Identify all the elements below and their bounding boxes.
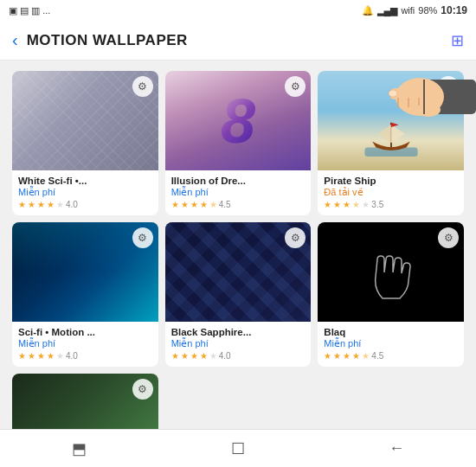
wallpaper-name: Pirate Ship [324, 176, 458, 186]
header: ‹ MOTION WALLPAPER ⊞ [0, 21, 476, 61]
volume-icon: 🔔 [362, 5, 374, 16]
settings-badge: ⚙ [132, 379, 153, 400]
rating-value: 4.0 [219, 351, 231, 361]
rating-value: 4.0 [66, 351, 78, 361]
wallpaper-name: Sci-fi • Motion ... [18, 327, 152, 337]
wallpaper-rating: ★★★★★ 4.0 [171, 351, 306, 361]
wallpaper-info: Black Sapphire... Miễn phí ★★★★★ 4.0 [165, 322, 312, 367]
wallpaper-rating: ★★★★★ 4.0 [18, 200, 152, 209]
wallpaper-price: Miễn phí [18, 187, 152, 198]
home-button[interactable]: ☐ [222, 433, 254, 464]
wallpaper-price: Miễn phí [324, 338, 458, 349]
rating-value: 4.0 [66, 200, 78, 209]
signal-icon: ▂▄▆ [377, 5, 398, 16]
wallpaper-price: Miễn phí [18, 338, 152, 349]
notification-icons: ▣ ▤ ▥ ... [9, 5, 50, 16]
bottom-navigation: ⬒ ☐ ← [0, 429, 476, 467]
recent-apps-button[interactable]: ⬒ [64, 433, 95, 464]
wallpaper-name: Blaq [324, 327, 458, 337]
wifi-icon: wifi [401, 5, 415, 16]
wallpaper-info: Blaq Miễn phí ★★★★★ 4.5 [318, 322, 464, 367]
page-title: MOTION WALLPAPER [27, 32, 442, 49]
wallpaper-grid: ⚙ White Sci-fi •... Miễn phí ★★★★★ 4.0 8… [12, 71, 464, 429]
wallpaper-info: Pirate Ship Đã tải về ★★★★★ 3.5 [318, 170, 464, 215]
wallpaper-item[interactable]: ⚙ White Sci-fi •... Miễn phí ★★★★★ 4.0 [12, 71, 158, 215]
settings-badge: ⚙ [438, 227, 459, 248]
wallpaper-info: Illusion of Dre... Miễn phí ★★★★★ 4.5 [165, 170, 312, 215]
wallpaper-info: White Sci-fi •... Miễn phí ★★★★★ 4.0 [12, 170, 158, 215]
settings-badge: ⚙ [132, 227, 153, 248]
settings-badge: ⚙ [285, 227, 306, 248]
rating-value: 3.5 [371, 200, 383, 209]
wallpaper-item[interactable]: ⚙ [12, 374, 158, 429]
wallpaper-name: Black Sapphire... [171, 327, 306, 337]
settings-badge: ⚙ [132, 76, 153, 97]
wallpaper-price: Miễn phí [171, 338, 306, 349]
wallpaper-name: Illusion of Dre... [171, 176, 306, 186]
wallpaper-rating: ★★★★★ 3.5 [324, 200, 458, 209]
grid-view-button[interactable]: ⊞ [451, 31, 464, 50]
time-label: 10:19 [441, 4, 467, 16]
wallpaper-item[interactable]: 8 ⚙ Illusion of Dre... Miễn phí ★★★★★ 4.… [165, 71, 312, 215]
ship-svg [361, 110, 421, 162]
wallpaper-name: White Sci-fi •... [18, 176, 152, 186]
wallpaper-rating: ★★★★★ 4.5 [324, 351, 458, 361]
wallpaper-price: Miễn phí [171, 187, 306, 198]
rating-value: 4.5 [219, 200, 231, 209]
wallpaper-info: Sci-fi • Motion ... Miễn phí ★★★★★ 4.0 [12, 322, 158, 367]
wallpaper-item[interactable]: ⚙ Sci-fi • Motion ... Miễn phí ★★★★★ 4.0 [12, 222, 158, 367]
settings-badge: ⚙ [285, 76, 306, 97]
content-area: ⚙ White Sci-fi •... Miễn phí ★★★★★ 4.0 8… [0, 61, 476, 429]
status-left-icons: ▣ ▤ ▥ ... [9, 5, 50, 16]
wallpaper-rating: ★★★★★ 4.0 [18, 351, 152, 361]
wallpaper-rating: ★★★★★ 4.5 [171, 200, 306, 209]
battery-label: 98% [418, 5, 437, 16]
wallpaper-item[interactable]: ⚙ Pirate Ship Đã tải về ★★★★★ 3.5 [318, 71, 464, 215]
status-right-icons: 🔔 ▂▄▆ wifi 98% 10:19 [362, 4, 467, 16]
back-button[interactable]: ‹ [12, 30, 18, 50]
wallpaper-price: Đã tải về [324, 187, 458, 198]
status-bar: ▣ ▤ ▥ ... 🔔 ▂▄▆ wifi 98% 10:19 [0, 0, 476, 21]
settings-badge: ⚙ [438, 76, 459, 97]
back-nav-button[interactable]: ← [381, 433, 412, 464]
hand-line-art [365, 242, 417, 303]
number-8: 8 [221, 90, 255, 152]
wallpaper-item[interactable]: ⚙ Blaq Miễn phí ★★★★★ 4.5 [318, 222, 464, 367]
wallpaper-item[interactable]: ⚙ Black Sapphire... Miễn phí ★★★★★ 4.0 [165, 222, 312, 367]
rating-value: 4.5 [371, 351, 383, 361]
